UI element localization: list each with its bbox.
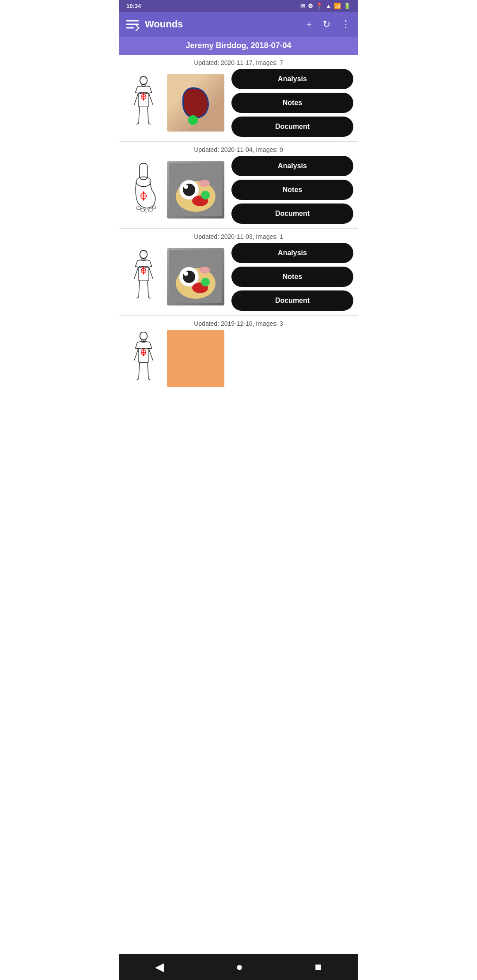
wound-2-document-button[interactable]: Document: [231, 204, 353, 224]
wound-entry-2: Updated: 2020-11-04, Images: 9: [119, 142, 358, 229]
svg-point-30: [201, 191, 210, 200]
svg-point-28: [199, 180, 210, 187]
wound-2-notes-button[interactable]: Notes: [231, 180, 353, 200]
wound-2-actions: Analysis Notes Document: [228, 156, 353, 224]
svg-marker-38: [142, 273, 145, 275]
signal-icon: 📶: [334, 3, 341, 9]
status-bar: 10:34 ✉ ⚙ 📍 ▲ 📶 🔋: [119, 0, 358, 12]
wound-3-row: Analysis Notes Document: [119, 243, 358, 311]
svg-point-44: [199, 267, 210, 274]
wound-3-diagram: [124, 248, 163, 305]
time: 10:34: [126, 3, 141, 9]
svg-point-14: [141, 208, 145, 211]
wound-4-row: [124, 330, 353, 387]
svg-point-31: [140, 250, 148, 258]
svg-marker-22: [142, 199, 145, 201]
wound-2-row: Analysis Notes Document: [119, 156, 358, 224]
svg-marker-21: [142, 191, 145, 193]
refresh-button[interactable]: ↻: [322, 18, 331, 31]
wound-entry-4: Updated: 2019-12-16, Images: 3: [119, 316, 358, 387]
settings-icon: ⚙: [308, 3, 313, 9]
svg-rect-1: [126, 23, 139, 25]
wound-1-diagram: [124, 74, 163, 132]
wound-4-updated: Updated: 2019-12-16, Images: 3: [124, 316, 353, 330]
svg-point-47: [140, 332, 148, 340]
add-button[interactable]: +: [305, 18, 313, 31]
wound-3-notes-button[interactable]: Notes: [231, 267, 353, 287]
wound-2-diagram: [124, 161, 163, 219]
wound-entry-3: Updated: 2020-11-03, Images: 1: [119, 229, 358, 316]
email-icon: ✉: [300, 3, 305, 9]
body-diagram-4: [128, 332, 159, 385]
wound-2-photo: [167, 161, 224, 219]
svg-rect-2: [126, 27, 134, 28]
wound-1-analysis-button[interactable]: Analysis: [231, 69, 353, 89]
svg-point-3: [140, 76, 148, 84]
patient-label: Jeremy Birddog, 2018-07-04: [186, 41, 291, 50]
foot-diagram-2: [126, 163, 161, 216]
wound-1-row: Analysis Notes Document: [119, 69, 358, 137]
wound-3-document-button[interactable]: Document: [231, 290, 353, 311]
more-button[interactable]: ⋮: [340, 18, 352, 31]
svg-point-13: [136, 207, 140, 210]
svg-marker-54: [142, 354, 145, 357]
app-bar-actions: + ↻ ⋮: [305, 18, 352, 31]
svg-point-17: [152, 206, 155, 209]
wound-2-analysis-button[interactable]: Analysis: [231, 156, 353, 176]
wound-3-updated: Updated: 2020-11-03, Images: 1: [119, 229, 358, 243]
wound-3-photo: [167, 248, 224, 305]
wound-4-diagram: [124, 330, 163, 387]
svg-rect-0: [126, 20, 139, 21]
svg-point-15: [145, 209, 149, 212]
app-title: Wounds: [145, 19, 300, 30]
wound-3-actions: Analysis Notes Document: [228, 243, 353, 311]
svg-point-16: [149, 208, 153, 211]
wound-1-notes-button[interactable]: Notes: [231, 93, 353, 113]
wound-1-updated: Updated: 2020-11-17, Images: 7: [119, 55, 358, 69]
wound-1-photo: [167, 74, 224, 132]
svg-point-12: [136, 177, 151, 186]
wound-entry-1: Updated: 2020-11-17, Images: 7: [119, 55, 358, 142]
wound-2-updated: Updated: 2020-11-04, Images: 9: [119, 142, 358, 156]
body-diagram-3: [128, 250, 159, 303]
status-icons: ✉ ⚙ 📍 ▲ 📶 🔋: [300, 3, 351, 9]
patient-banner: Jeremy Birddog, 2018-07-04: [119, 37, 358, 55]
app-bar: Wounds + ↻ ⋮: [119, 12, 358, 37]
battery-icon: 🔋: [344, 3, 351, 9]
wound-3-analysis-button[interactable]: Analysis: [231, 243, 353, 263]
svg-point-43: [184, 271, 188, 276]
location-icon: 📍: [316, 3, 323, 9]
wound-4-photo: [167, 330, 224, 387]
wound-1-document-button[interactable]: Document: [231, 117, 353, 137]
wound-1-actions: Analysis Notes Document: [228, 69, 353, 137]
svg-point-27: [184, 185, 188, 189]
app-logo: [125, 17, 140, 31]
wifi-icon: ▲: [326, 3, 331, 9]
body-diagram-1: [128, 76, 159, 129]
svg-point-46: [201, 278, 210, 286]
svg-marker-10: [142, 99, 145, 101]
